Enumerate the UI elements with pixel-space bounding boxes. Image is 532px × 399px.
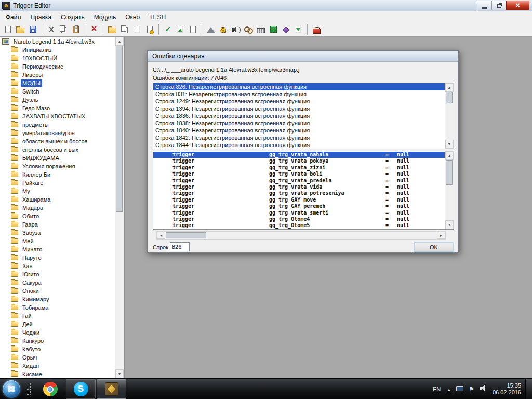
code-line[interactable]: triggergg_trg_vrata_vida=null <box>153 184 445 190</box>
dialog-titlebar[interactable]: Ошибки сценария <box>148 51 458 62</box>
tree-item[interactable]: Му <box>0 187 115 195</box>
new-trigger-button[interactable] <box>118 23 131 36</box>
paste-button[interactable] <box>70 23 82 36</box>
scroll-down-button[interactable] <box>445 140 454 149</box>
network-icon[interactable] <box>456 386 463 391</box>
error-list-item[interactable]: Строка 1842: Незарегистрированная встрое… <box>153 134 445 141</box>
tree-item[interactable]: Оноки <box>0 287 115 295</box>
minimize-button[interactable] <box>477 1 492 10</box>
tree-item[interactable]: Гай <box>0 312 115 320</box>
run-on-init-button[interactable] <box>187 23 199 36</box>
object-manager-button[interactable] <box>280 23 292 36</box>
scroll-down-button[interactable] <box>115 369 124 378</box>
sound-editor-button[interactable] <box>230 23 242 36</box>
tree-item[interactable]: Киллер Би <box>0 170 115 179</box>
code-line[interactable]: triggergg_trg_Otome4=null <box>153 216 445 222</box>
window-titlebar[interactable]: Trigger Editor <box>0 0 532 11</box>
tree-item[interactable]: Орыч <box>0 353 115 362</box>
menu-item-window[interactable]: Окно <box>121 12 144 22</box>
tree-item[interactable]: Райкаге <box>0 179 115 187</box>
scroll-up-button[interactable] <box>115 37 124 46</box>
scroll-up-button[interactable] <box>445 83 454 92</box>
scroll-thumb[interactable] <box>446 160 453 185</box>
tree-item[interactable]: Хан <box>0 262 115 270</box>
cut-button[interactable] <box>45 23 57 36</box>
error-list-item[interactable]: Строка 1249: Незарегистрированная встрое… <box>153 98 445 105</box>
scroll-thumb[interactable] <box>166 232 206 238</box>
error-list-item[interactable]: Строка 1838: Незарегистрированная встрое… <box>153 119 445 127</box>
tree-item[interactable]: Кабуто <box>0 345 115 353</box>
error-list-item[interactable]: Строка 1394: Незарегистрированная встрое… <box>153 105 445 112</box>
tree-item[interactable]: Наруто <box>0 254 115 262</box>
menu-item-module[interactable]: Модуль <box>89 12 121 22</box>
code-line[interactable]: triggergg_trg_Otome5=null <box>153 222 445 229</box>
tree-item[interactable]: Кимимару <box>0 295 115 303</box>
menu-item-file[interactable]: Файл <box>1 12 26 22</box>
tree-item[interactable]: Сакура <box>0 278 115 287</box>
tree-item[interactable]: области вышек и боссов <box>0 137 115 145</box>
error-list-item[interactable]: Строка 1840: Незарегистрированная встрое… <box>153 127 445 134</box>
error-list-item[interactable]: Строка 831: Незарегистрированная встроен… <box>153 90 445 98</box>
volume-icon[interactable] <box>480 385 486 391</box>
terrain-editor-button[interactable] <box>205 23 217 36</box>
tree-item[interactable]: Дуэль <box>0 96 115 104</box>
tree-item[interactable]: Гаара <box>0 220 115 229</box>
error-list-item[interactable]: Строка 1836: Незарегистрированная встрое… <box>153 112 445 119</box>
code-line[interactable]: triggergg_trg_vrata_potreseniya=null <box>153 190 445 196</box>
tree-item[interactable]: 10ХВОСТЫЙ <box>0 54 115 62</box>
code-line[interactable]: triggergg_trg_vrata_zizni=null <box>153 165 445 171</box>
test-map-button[interactable] <box>310 23 323 36</box>
import-manager-button[interactable] <box>292 23 304 36</box>
convert-script-button[interactable] <box>174 23 187 36</box>
menu-item-edit[interactable]: Правка <box>26 12 57 22</box>
code-line[interactable]: triggergg_trg_vrata_pokoya=null <box>153 158 445 164</box>
tree-item[interactable]: спеллы боссов и вых <box>0 145 115 154</box>
tree-item[interactable]: БИДЖУДАМА <box>0 154 115 162</box>
tree-item[interactable]: Тобирама <box>0 303 115 312</box>
tree-item[interactable]: Канкуро <box>0 337 115 345</box>
tree-item[interactable]: Гедо Мазо <box>0 104 115 112</box>
code-line[interactable]: triggergg_trg_vrata_nahala=null <box>153 152 445 158</box>
copy-button[interactable] <box>57 23 70 36</box>
tree-item[interactable]: Обито <box>0 212 115 220</box>
tree-item[interactable]: Условия поражения <box>0 162 115 170</box>
scroll-right-button[interactable] <box>437 232 445 239</box>
chrome-taskbar-button[interactable] <box>35 379 65 399</box>
scroll-thumb[interactable] <box>446 92 453 103</box>
tree-item[interactable]: Дей <box>0 320 115 328</box>
tree-item[interactable]: Кисаме <box>0 370 115 378</box>
tree-item[interactable]: Мей <box>0 237 115 245</box>
tree-item[interactable]: Ливеры <box>0 71 115 79</box>
code-line[interactable]: triggergg_trg_vrata_smerti=null <box>153 210 445 216</box>
scroll-thumb[interactable] <box>116 46 123 212</box>
error-list-item[interactable]: Строка 826: Незарегистрированная встроен… <box>153 83 445 90</box>
tree-item[interactable]: Чеджи <box>0 328 115 337</box>
skype-taskbar-button[interactable] <box>66 379 96 399</box>
open-map-button[interactable] <box>14 23 26 36</box>
tree-item[interactable]: Naruto Legend 1.1a 4fevral.w3x <box>0 37 115 46</box>
scroll-left-button[interactable] <box>157 232 165 239</box>
code-line[interactable]: triggergg_trg_GAY_move=null <box>153 197 445 203</box>
tree-item[interactable]: МОДЫ <box>0 79 115 87</box>
code-line[interactable]: triggergg_trg_vrata_boli=null <box>153 171 445 177</box>
clock[interactable]: 15:35 06.02.2016 <box>493 382 521 396</box>
new-map-button[interactable] <box>2 23 14 36</box>
show-desktop-button[interactable] <box>525 379 532 399</box>
tree-item[interactable]: Инициализ <box>0 46 115 54</box>
tree-item[interactable]: Хидан <box>0 362 115 370</box>
enable-trigger-button[interactable] <box>162 23 174 36</box>
menu-item-create[interactable]: Создать <box>56 12 89 22</box>
tree-item[interactable]: Мадара <box>0 204 115 212</box>
line-number-input[interactable] <box>170 242 190 251</box>
code-line[interactable]: triggergg_trg_vrata_predela=null <box>153 178 445 184</box>
tree-item[interactable]: Югито <box>0 270 115 278</box>
tree-item[interactable]: умер/атакован/урон <box>0 129 115 137</box>
object-editor-button[interactable] <box>242 23 255 36</box>
language-indicator[interactable]: EN <box>433 386 441 392</box>
code-line[interactable]: triggergg_trg_GAY_peremeh=null <box>153 203 445 209</box>
world-editor-taskbar-button[interactable] <box>97 379 126 399</box>
hidden-icons-button[interactable] <box>447 388 451 392</box>
close-button[interactable] <box>506 1 529 10</box>
restore-button[interactable] <box>491 1 507 10</box>
tree-item[interactable]: Периодические <box>0 62 115 71</box>
